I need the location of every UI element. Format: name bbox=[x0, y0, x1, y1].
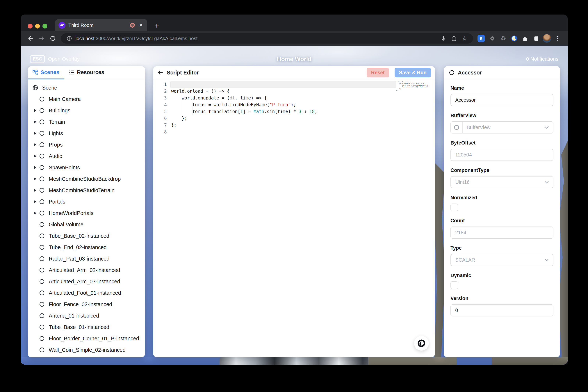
expand-arrow-icon[interactable] bbox=[34, 200, 38, 203]
tree-row-scene-root[interactable]: Scene bbox=[28, 82, 145, 94]
side-panel-icon[interactable] bbox=[532, 34, 541, 43]
expand-arrow-icon[interactable] bbox=[34, 303, 38, 306]
minimize-window-button[interactable] bbox=[35, 24, 40, 28]
password-manager-extension-icon[interactable] bbox=[476, 34, 486, 43]
tree-row[interactable]: Tube_Base_01-instanced bbox=[28, 322, 145, 333]
browser-menu-icon[interactable]: ⋮ bbox=[552, 35, 562, 42]
checkbox[interactable] bbox=[450, 204, 458, 211]
expand-arrow-icon[interactable] bbox=[34, 337, 38, 340]
tab-close-icon[interactable]: ✕ bbox=[138, 22, 144, 28]
expand-arrow-icon[interactable] bbox=[34, 246, 38, 249]
tree-row[interactable]: Radar_Part_03-instanced bbox=[28, 253, 145, 264]
tree-row[interactable]: Terrain bbox=[28, 116, 145, 128]
extension-diamond-icon[interactable] bbox=[488, 34, 497, 43]
tree-row[interactable]: Articulated_Arm_03-instanced bbox=[28, 276, 145, 287]
tree-row[interactable]: Floor_Fence_02-instanced bbox=[28, 298, 145, 310]
tree-row[interactable]: SpawnPoints bbox=[28, 162, 145, 173]
select-dropdown[interactable]: Uint16 bbox=[450, 176, 554, 188]
expand-arrow-icon[interactable] bbox=[34, 234, 38, 237]
browser-tab[interactable]: Third Room ✕ bbox=[55, 19, 147, 31]
code-line[interactable]: 6 }; bbox=[156, 115, 431, 122]
minimap[interactable]: world.onload = () => { world.onupdate = … bbox=[396, 81, 428, 91]
expand-arrow-icon[interactable] bbox=[34, 189, 38, 192]
expand-arrow-icon[interactable] bbox=[34, 292, 38, 294]
expand-arrow-icon[interactable] bbox=[34, 348, 38, 351]
scenes-panel: Scenes Resources Scene Main Camera Build… bbox=[28, 66, 145, 357]
expand-arrow-icon[interactable] bbox=[34, 212, 38, 214]
tree-row[interactable]: HomeWorldPortals bbox=[28, 208, 145, 219]
code-editor[interactable]: 1 2 world.onload = () => { 3 world.onupd… bbox=[153, 80, 435, 357]
tree-row[interactable]: Antena_01-instanced bbox=[28, 310, 145, 322]
expand-arrow-icon[interactable] bbox=[34, 326, 38, 328]
expand-arrow-icon[interactable] bbox=[34, 269, 38, 272]
share-icon[interactable] bbox=[450, 34, 458, 43]
theme-toggle-button[interactable] bbox=[414, 336, 429, 351]
code-line[interactable]: 7 }; bbox=[156, 122, 431, 128]
new-tab-button[interactable]: + bbox=[152, 22, 161, 30]
profile-avatar[interactable] bbox=[542, 34, 551, 43]
expand-arrow-icon[interactable] bbox=[34, 280, 38, 283]
text-input[interactable]: 120504 bbox=[450, 149, 554, 161]
field-control: 2184 bbox=[450, 226, 554, 239]
tree-row[interactable]: Tube_Base_02-instanced bbox=[28, 230, 145, 242]
expand-arrow-icon[interactable] bbox=[34, 257, 38, 260]
tree-row[interactable]: Wall_Coin_Simple_02-instanced bbox=[28, 344, 145, 356]
code-line[interactable]: 3 world.onupdate = (dt, time) => { bbox=[156, 94, 431, 101]
expand-arrow-icon[interactable] bbox=[34, 143, 38, 146]
tree-row[interactable]: Global Volume bbox=[28, 219, 145, 230]
extensions-puzzle-icon[interactable] bbox=[520, 34, 530, 43]
forward-button[interactable] bbox=[37, 34, 46, 43]
tree-row[interactable]: Portals bbox=[28, 196, 145, 208]
tab-scenes[interactable]: Scenes bbox=[28, 66, 64, 80]
back-arrow-icon[interactable] bbox=[157, 70, 164, 76]
open-overlay-shortcut[interactable]: ESC Open Overlay bbox=[30, 55, 80, 63]
expand-arrow-icon[interactable] bbox=[34, 223, 38, 226]
expand-arrow-icon[interactable] bbox=[34, 132, 38, 135]
close-window-button[interactable] bbox=[28, 24, 32, 28]
code-line[interactable]: 4 torus = world.findNodeByName("P_Turn")… bbox=[156, 101, 431, 108]
tree-row[interactable]: MeshCombineStudioBackdrop bbox=[28, 173, 145, 184]
expand-arrow-icon[interactable] bbox=[34, 120, 38, 123]
tree-row[interactable]: MeshCombineStudioTerrain bbox=[28, 184, 145, 196]
text-input[interactable]: 2184 bbox=[450, 226, 554, 239]
zoom-window-button[interactable] bbox=[42, 24, 47, 28]
recycle-extension-icon[interactable]: ♻ bbox=[498, 34, 508, 43]
checkbox[interactable] bbox=[450, 281, 458, 289]
expand-arrow-icon[interactable] bbox=[34, 109, 38, 112]
dark-mode-extension-icon[interactable] bbox=[510, 34, 519, 43]
microphone-icon[interactable] bbox=[439, 34, 448, 43]
notifications-counter[interactable]: 0 Notifications bbox=[526, 56, 558, 62]
tree-row[interactable]: Articulated_Foot_01-instanced bbox=[28, 287, 145, 298]
site-info-icon[interactable] bbox=[65, 34, 74, 43]
reset-button[interactable]: Reset bbox=[367, 68, 389, 78]
tree-row[interactable]: Buildings bbox=[28, 105, 145, 116]
expand-arrow-icon[interactable] bbox=[34, 314, 38, 317]
expand-arrow-icon[interactable] bbox=[34, 155, 38, 158]
expand-arrow-icon[interactable] bbox=[34, 178, 38, 180]
tree-row[interactable]: Floor_Border_Corner_01_B-instanced bbox=[28, 333, 145, 344]
tab-resources[interactable]: Resources bbox=[64, 66, 109, 80]
text-input[interactable]: Accessor bbox=[450, 94, 554, 106]
esc-key-badge: ESC bbox=[30, 55, 45, 63]
text-input[interactable]: 0 bbox=[450, 304, 554, 316]
tree-row[interactable]: Main Camera bbox=[28, 94, 145, 105]
tree-row[interactable]: Articulated_Arm_02-instanced bbox=[28, 264, 145, 276]
select-dropdown[interactable]: SCALAR bbox=[450, 254, 554, 266]
url-bar[interactable]: localhost:3000/world/!vjrzmTVOcyIsLgaAkA… bbox=[61, 33, 473, 44]
expand-arrow-icon[interactable] bbox=[34, 166, 38, 169]
reload-button[interactable] bbox=[48, 34, 58, 43]
code-line[interactable]: 8 bbox=[156, 128, 431, 135]
tree-row[interactable]: Props bbox=[28, 139, 145, 150]
select-dropdown[interactable]: BufferView bbox=[450, 121, 554, 134]
bookmark-star-icon[interactable]: ☆ bbox=[460, 34, 469, 43]
tree-row-label: Tube_Base_02-instanced bbox=[49, 233, 109, 239]
tree-row[interactable]: Lights bbox=[28, 128, 145, 139]
code-line[interactable]: 5 torus.translation[1] = Math.sin(time) … bbox=[156, 108, 431, 115]
tree-row[interactable]: Audio bbox=[28, 150, 145, 162]
expand-arrow-icon[interactable] bbox=[34, 98, 38, 100]
code-line[interactable]: 2 world.onload = () => { bbox=[156, 88, 431, 94]
save-and-run-button[interactable]: Save & Run bbox=[394, 68, 431, 78]
back-button[interactable] bbox=[26, 34, 36, 43]
code-line[interactable]: 1 bbox=[156, 81, 431, 88]
tree-row[interactable]: Tube_End_02-instanced bbox=[28, 242, 145, 253]
